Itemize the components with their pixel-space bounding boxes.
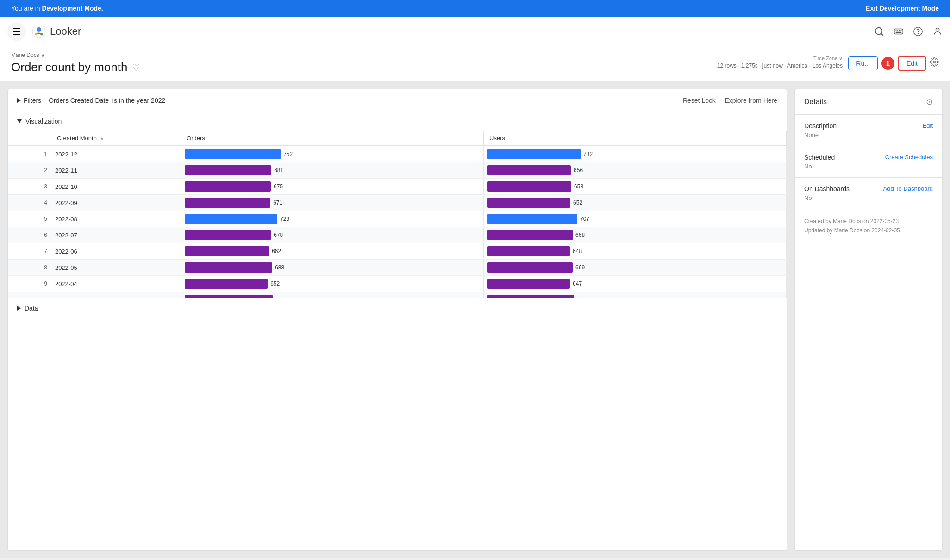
filter-description: Orders Created Date is in the year 2022 (49, 97, 675, 104)
panel-description-section: Description Edit None (795, 115, 942, 146)
top-nav: ☰ Looker (0, 17, 950, 46)
data-section[interactable]: Data (8, 298, 787, 318)
dev-banner: You are in Development Mode. Exit Develo… (0, 0, 950, 17)
reset-look-link[interactable]: Reset Look (683, 97, 716, 104)
header-right: Time Zone ∨ 12 rows · 1.275s · just now … (717, 56, 939, 70)
filters-toggle[interactable]: Filters (17, 97, 41, 104)
table-row: 52022-08726707 (8, 211, 787, 227)
table-row: 92022-04652647 (8, 276, 787, 292)
description-edit-link[interactable]: Edit (923, 122, 933, 129)
cell-orders: 652 (181, 276, 484, 292)
run-button[interactable]: Ru... (848, 56, 878, 70)
add-to-dashboard-link[interactable]: Add To Dashboard (883, 185, 933, 192)
data-collapse-icon (17, 306, 21, 311)
visualization-label: Visualization (25, 118, 62, 125)
filters-label: Filters (24, 97, 41, 104)
nav-right (874, 26, 943, 37)
table-body: 12022-1275273222022-1168165632022-106756… (8, 146, 787, 298)
svg-line-5 (881, 33, 883, 35)
visualization-header[interactable]: Visualization (8, 112, 787, 131)
svg-point-15 (933, 61, 936, 63)
search-icon (874, 26, 884, 37)
table-row: 72022-06662648 (8, 243, 787, 260)
cell-row-num: 9 (8, 276, 51, 292)
filters-collapse-icon (17, 98, 21, 103)
hamburger-icon: ☰ (12, 26, 21, 37)
account-button[interactable] (932, 26, 943, 37)
data-label: Data (25, 305, 38, 312)
cell-orders: 688 (181, 260, 484, 276)
svg-point-1 (37, 27, 41, 32)
th-created-month[interactable]: Created Month ∨ (51, 131, 181, 146)
cell-created-month: 2022-07 (51, 227, 181, 243)
step-badge: 1 (881, 57, 894, 70)
cell-created-month: 2022-12 (51, 146, 181, 162)
cell-row-num: 4 (8, 195, 51, 211)
nav-left: ☰ Looker (7, 22, 874, 41)
keyboard-button[interactable] (894, 26, 904, 37)
visualization-table-scroll[interactable]: Created Month ∨ Orders Users 12022-12752… (8, 131, 787, 298)
th-users: Users (484, 131, 787, 146)
cell-orders: 752 (181, 146, 484, 162)
filters-row: Filters Orders Created Date is in the ye… (8, 89, 787, 112)
table-row: 12022-12752732 (8, 146, 787, 162)
description-value: None (804, 131, 933, 138)
sort-icon: ∨ (100, 136, 104, 141)
table-row: 32022-10675658 (8, 179, 787, 195)
cell-row-num: 7 (8, 243, 51, 260)
cell-created-month: 2022-03 (51, 292, 181, 298)
cell-orders: 692 (181, 292, 484, 298)
details-label: Details (804, 98, 827, 106)
cell-users: 668 (484, 227, 787, 243)
cell-orders: 662 (181, 243, 484, 260)
cell-orders: 678 (181, 227, 484, 243)
filter-actions: Reset Look | Explore from Here (683, 97, 777, 104)
cell-created-month: 2022-09 (51, 195, 181, 211)
edit-button[interactable]: Edit (898, 56, 926, 71)
cell-users: 732 (484, 146, 787, 162)
header-left: Marie Docs ∨ Order count by month ♡ (11, 52, 140, 75)
svg-point-2 (35, 33, 38, 35)
exit-dev-mode-button[interactable]: Exit Development Mode (866, 5, 939, 12)
th-orders: Orders (181, 131, 484, 146)
description-title: Description (804, 122, 837, 130)
account-icon (932, 26, 943, 37)
panel-details-header: Details ⊙ (795, 89, 942, 115)
page-header: Marie Docs ∨ Order count by month ♡ Time… (0, 46, 950, 81)
cell-users: 652 (484, 195, 787, 211)
svg-point-3 (41, 33, 43, 35)
create-schedules-link[interactable]: Create Schedules (885, 154, 933, 161)
cell-created-month: 2022-06 (51, 243, 181, 260)
cell-created-month: 2022-08 (51, 211, 181, 227)
svg-rect-6 (894, 29, 903, 34)
cell-users: 658 (484, 179, 787, 195)
dashboards-title: On Dashboards (804, 185, 850, 193)
cell-row-num: 10 (8, 292, 51, 298)
explore-from-here-link[interactable]: Explore from Here (725, 97, 777, 104)
panel-arrow-icon[interactable]: ⊙ (926, 97, 933, 107)
scheduled-title: Scheduled (804, 154, 835, 161)
hamburger-menu-button[interactable]: ☰ (7, 22, 26, 41)
panel-dashboards-section: On Dashboards Add To Dashboard No (795, 178, 942, 209)
cell-orders: 671 (181, 195, 484, 211)
cell-users: 648 (484, 243, 787, 260)
visualization-table: Created Month ∨ Orders Users 12022-12752… (8, 131, 787, 298)
page-title: Order count by month (11, 60, 127, 75)
settings-button[interactable] (930, 57, 939, 69)
cell-row-num: 1 (8, 146, 51, 162)
visualization-section: Visualization Created Month ∨ Orders Use (8, 112, 787, 298)
gear-icon (930, 57, 939, 67)
updated-text: Updated by Marie Docs on 2024-02-05 (804, 226, 933, 235)
help-button[interactable] (913, 26, 923, 37)
main-content: Filters Orders Created Date is in the ye… (0, 81, 950, 558)
cell-users: 679 (484, 292, 787, 298)
timezone-label: Time Zone ∨ (717, 56, 843, 62)
cell-users: 656 (484, 162, 787, 179)
breadcrumb[interactable]: Marie Docs ∨ (11, 52, 140, 58)
help-icon (913, 26, 923, 37)
th-row-num (8, 131, 51, 146)
favorite-icon[interactable]: ♡ (132, 62, 140, 73)
left-panel: Filters Orders Created Date is in the ye… (7, 89, 787, 551)
table-row: 62022-07678668 (8, 227, 787, 243)
search-button[interactable] (874, 26, 884, 37)
